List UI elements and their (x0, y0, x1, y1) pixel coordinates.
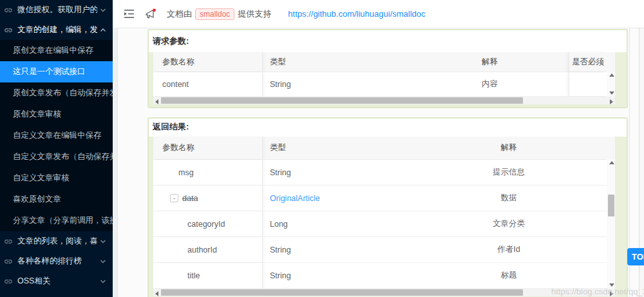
cell-param-name: categoryId (153, 211, 263, 236)
sidebar-menu-label: 文章的创建，编辑，发布，... (17, 24, 97, 35)
scroll-up-arrow[interactable] (607, 159, 615, 167)
table-row: authorId String 作者Id (153, 237, 615, 263)
cell-param-desc: 数据 (411, 186, 607, 211)
link-icon (4, 277, 14, 286)
sidebar-subitem[interactable]: 原创文章审核 (0, 104, 113, 125)
cell-param-desc: 作者Id (411, 237, 607, 262)
powered-prefix: 文档由 (167, 8, 192, 20)
col-header-type: 类型 (263, 52, 411, 72)
col-header-type: 类型 (263, 137, 411, 159)
table-header-row: 参数名称 类型 解释 是否必须 (153, 52, 615, 72)
scrollbar-thumb[interactable] (608, 195, 614, 216)
main-content: 请求参数: 参数名称 类型 解释 是否必须 content String 内容 (118, 28, 644, 297)
cell-param-type: String (263, 160, 411, 185)
horizontal-scrollbar[interactable] (153, 289, 615, 296)
sidebar-scrollbar[interactable] (113, 28, 118, 297)
chevron-down-icon (100, 278, 108, 285)
cell-param-desc: 提示信息 (411, 160, 607, 185)
scroll-left-arrow[interactable] (153, 289, 161, 296)
link-icon (4, 237, 14, 246)
cell-param-type: Long (263, 211, 411, 236)
cell-param-type: String (263, 237, 411, 262)
topbar: 文档由 smalldoc 提供支持 https://github.com/liu… (113, 0, 644, 28)
sidebar-menu-label: 微信授权。获取用户的openId (17, 5, 97, 15)
sidebar-menu-wechat-auth[interactable]: 微信授权。获取用户的openId (0, 0, 113, 20)
back-to-top-button[interactable]: TOP (627, 248, 644, 265)
sidebar-menu-rankings[interactable]: 各种各样的排行榜 (0, 251, 113, 271)
vertical-scrollbar[interactable] (607, 159, 615, 289)
table-row: - data OriginalArticle 数据 (153, 186, 615, 211)
scroll-left-arrow[interactable] (153, 97, 161, 104)
scroll-up-arrow[interactable] (607, 72, 615, 79)
brand-badge: smalldoc (195, 8, 234, 20)
menu-fold-icon[interactable] (124, 9, 135, 19)
link-icon (4, 257, 14, 266)
sidebar-subitem[interactable]: 自定义文章审核 (0, 168, 113, 189)
col-header-desc: 解释 (411, 137, 607, 159)
table-header-row: 参数名称 类型 解释 (153, 137, 615, 160)
sidebar-menu-label: OSS相关 (17, 276, 97, 287)
sidebar-menu-oss[interactable]: OSS相关 (0, 271, 113, 291)
col-header-name: 参数名称 (153, 137, 263, 159)
table-row: msg String 提示信息 (153, 160, 615, 186)
chevron-up-icon (100, 27, 108, 34)
cell-param-desc: 文章分类 (411, 211, 607, 236)
sidebar-menu-label: 各种各样的排行榜 (17, 256, 97, 267)
sidebar-submenu: 原创文章在编辑中保存 这只是一个测试接口 原创文章发布（自动保存并发布，所 原创… (0, 40, 113, 231)
announcement-icon[interactable] (144, 8, 157, 20)
scroll-down-arrow[interactable] (607, 89, 615, 97)
cell-param-desc: 内容 (411, 72, 569, 96)
cell-param-desc: 标题 (411, 263, 607, 288)
collapse-button[interactable]: - (170, 194, 178, 202)
cell-param-name: msg (153, 160, 263, 185)
table-row: categoryId Long 文章分类 (153, 211, 615, 237)
github-repo-link[interactable]: https://github.com/liuhuagui/smalldoc (288, 9, 425, 19)
cell-param-name: content (153, 72, 263, 96)
chevron-down-icon (100, 258, 108, 265)
sidebar-menu-article-list[interactable]: 文章的列表，阅读，喜欢审... (0, 231, 113, 251)
notification-dot (153, 8, 156, 12)
type-link[interactable]: OriginalArticle (270, 194, 320, 203)
cell-param-name: authorId (153, 237, 263, 262)
sidebar: 微信授权。获取用户的openId 文章的创建，编辑，发布，... 原创文章在编辑… (0, 0, 113, 297)
cell-param-name: title (153, 263, 263, 288)
sidebar-subitem[interactable]: 原创文章在编辑中保存 (0, 40, 113, 61)
col-header-desc: 解释 (411, 52, 569, 72)
header-scroll-spacer (607, 52, 615, 72)
sidebar-menu-label: 文章的列表，阅读，喜欢审... (17, 236, 97, 247)
request-params-title: 请求参数: (149, 30, 627, 52)
response-results-panel: 返回结果: 参数名称 类型 解释 msg String 提示信息 - (147, 117, 628, 297)
sidebar-subitem[interactable]: 分享文章（分享前调用，该接口回调 (0, 210, 113, 231)
cell-param-type: OriginalArticle (263, 186, 411, 211)
chevron-down-icon (100, 7, 108, 14)
request-params-panel: 请求参数: 参数名称 类型 解释 是否必须 content String 内容 (147, 29, 628, 108)
scrollbar-thumb[interactable] (161, 97, 523, 104)
sidebar-subitem[interactable]: 自定义文章在编辑中保存 (0, 125, 113, 146)
scroll-right-arrow[interactable] (607, 97, 615, 104)
powered-suffix: 提供支持 (238, 8, 271, 20)
scrollbar-thumb[interactable] (161, 289, 523, 296)
chevron-down-icon (100, 238, 108, 245)
link-icon (4, 6, 14, 15)
table-row: title String 标题 (153, 263, 615, 289)
cell-param-type: String (263, 72, 411, 96)
col-header-required: 是否必须 (569, 52, 607, 72)
scroll-down-arrow[interactable] (607, 281, 615, 289)
cell-param-name: - data (153, 186, 263, 211)
param-name-deprecated: data (182, 194, 198, 203)
response-results-title: 返回结果: (149, 119, 627, 137)
sidebar-subitem[interactable]: 自定义文章发布（自动保存并发布， (0, 146, 113, 168)
vertical-scrollbar[interactable] (607, 72, 615, 97)
sidebar-subitem[interactable]: 原创文章发布（自动保存并发布，所 (0, 82, 113, 104)
horizontal-scrollbar[interactable] (153, 97, 615, 104)
col-header-name: 参数名称 (153, 52, 263, 72)
request-table: 参数名称 类型 解释 是否必须 content String 内容 (153, 52, 615, 104)
header-scroll-spacer (607, 137, 615, 159)
powered-by-text: 文档由 smalldoc 提供支持 (167, 8, 271, 20)
sidebar-subitem-selected[interactable]: 这只是一个测试接口 (0, 61, 113, 82)
cell-param-required (569, 72, 607, 96)
scroll-right-arrow[interactable] (607, 289, 615, 296)
response-table-zone: 参数名称 类型 解释 msg String 提示信息 - data (149, 137, 627, 297)
sidebar-menu-article-create[interactable]: 文章的创建，编辑，发布，... (0, 20, 113, 40)
sidebar-subitem[interactable]: 喜欢原创文章 (0, 189, 113, 210)
